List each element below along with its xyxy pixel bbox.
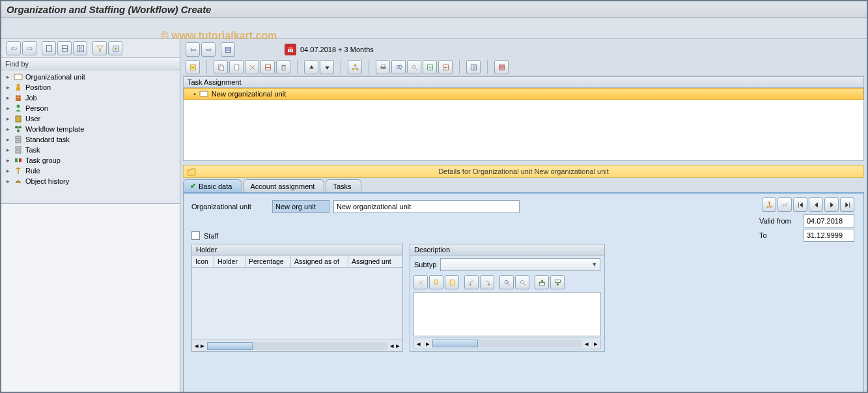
prev-record-button[interactable] — [809, 197, 823, 212]
subtyp-label: Subtyp — [414, 261, 436, 269]
scroll-right-icon[interactable]: ▸ — [423, 340, 432, 348]
scroll-left-icon[interactable]: ◂ — [414, 340, 423, 348]
col-percentage[interactable]: Percentage — [245, 255, 291, 267]
expand-all-button[interactable]: + — [423, 60, 437, 74]
cut-text-button[interactable] — [413, 275, 428, 289]
holder-header: Holder — [192, 244, 402, 255]
holder-scrollbar[interactable]: ◂ ▸ ◂ ▸ — [192, 340, 402, 351]
move-down-button[interactable] — [320, 60, 334, 74]
forward-button[interactable] — [201, 42, 216, 57]
hierarchy-button[interactable] — [348, 60, 362, 74]
load-button[interactable] — [535, 275, 549, 289]
tree-label: User — [25, 115, 40, 123]
tree-item-workflow[interactable]: ▸Workflow template — [3, 124, 178, 134]
doc2-button[interactable] — [57, 41, 72, 55]
svg-line-54 — [415, 68, 417, 70]
back-button[interactable] — [7, 41, 21, 55]
forward-button[interactable] — [22, 41, 36, 55]
filter-button[interactable] — [92, 41, 107, 55]
last-record-button[interactable] — [840, 197, 854, 212]
holder-columns: Icon Holder Percentage Assigned as of As… — [192, 255, 402, 268]
tree-label: Person — [25, 104, 48, 112]
delete-button[interactable] — [276, 60, 290, 74]
print-button[interactable] — [376, 60, 390, 74]
paste-text-button[interactable] — [445, 275, 459, 289]
std-task-icon — [14, 135, 23, 144]
scroll-thumb[interactable] — [207, 342, 253, 350]
tabs: ✔Basic data Account assignment Tasks — [183, 179, 864, 192]
svg-rect-24 — [16, 151, 21, 153]
tree-item-task-group[interactable]: ▸Task group — [3, 155, 178, 166]
tree-item-person[interactable]: ▸Person — [3, 103, 178, 113]
org-unit-short-input[interactable] — [272, 200, 329, 213]
back-button[interactable] — [186, 42, 200, 57]
scroll-right-icon[interactable]: ◂ ▸ — [390, 342, 400, 350]
tree-label: Task — [25, 146, 40, 154]
cut-button[interactable] — [245, 60, 259, 74]
svg-rect-7 — [114, 47, 116, 49]
tab-basic-data[interactable]: ✔Basic data — [183, 179, 242, 192]
staff-checkbox[interactable] — [191, 231, 200, 240]
move-up-button[interactable] — [304, 60, 318, 74]
tab-tasks[interactable]: Tasks — [326, 179, 361, 192]
hierarchy-nav-button[interactable] — [762, 197, 776, 212]
save-text-button[interactable] — [550, 275, 565, 289]
svg-rect-59 — [471, 65, 476, 70]
col-assigned-as-of[interactable]: Assigned as of — [291, 255, 348, 267]
copy-button[interactable] — [214, 60, 228, 74]
to-input[interactable] — [804, 229, 854, 242]
tab-account-assignment[interactable]: Account assignment — [243, 179, 324, 192]
tree-item-history[interactable]: ▸Object history — [3, 176, 178, 186]
svg-marker-42 — [325, 66, 329, 69]
doc3-button[interactable] — [73, 41, 87, 55]
settings-button[interactable] — [108, 41, 122, 55]
scroll-right2-icon[interactable]: ▸ — [591, 340, 600, 348]
redo-button[interactable] — [480, 275, 494, 289]
assign-button[interactable] — [260, 60, 275, 74]
copy-text-button[interactable] — [429, 275, 443, 289]
task-row-selected[interactable]: • New organizational unit — [184, 88, 863, 100]
collapse-all-button[interactable] — [438, 60, 453, 74]
svg-rect-10 — [16, 87, 20, 91]
rule-icon — [14, 166, 23, 175]
tree-item-user[interactable]: ▸User — [3, 113, 178, 124]
create-button[interactable]: + — [186, 60, 200, 74]
col-assigned-until[interactable]: Assigned unt — [348, 255, 402, 267]
find-button[interactable] — [391, 60, 406, 74]
org-unit-long-input[interactable] — [333, 200, 520, 213]
scroll-left-icon[interactable]: ◂ ▸ — [195, 342, 204, 350]
find-by-panel: Find by ▸Organizational unit ▸Position ▸… — [1, 39, 180, 393]
svg-rect-4 — [81, 45, 83, 51]
tree-item-job[interactable]: ▸Job — [3, 93, 178, 103]
doc1-button[interactable] — [42, 41, 56, 55]
svg-marker-88 — [556, 284, 559, 285]
svg-rect-23 — [16, 147, 21, 149]
list-button[interactable] — [221, 42, 235, 57]
layout-button[interactable] — [494, 60, 509, 74]
tree-item-position[interactable]: ▸Position — [3, 82, 178, 93]
description-scrollbar[interactable]: ◂ ▸ ◂ ▸ — [413, 338, 601, 349]
find-next-button[interactable] — [407, 60, 421, 74]
tree-item-std-task[interactable]: ▸Standard task — [3, 134, 178, 145]
col-holder[interactable]: Holder — [214, 255, 245, 267]
subtyp-dropdown[interactable] — [440, 258, 600, 271]
tree-item-rule[interactable]: ▸Rule — [3, 166, 178, 176]
columns-button[interactable] — [466, 60, 481, 74]
valid-from-input[interactable] — [804, 214, 854, 227]
scroll-left2-icon[interactable]: ◂ — [582, 340, 591, 348]
description-textarea[interactable] — [413, 292, 601, 336]
tree-item-task[interactable]: ▸Task — [3, 145, 178, 155]
next-record-button[interactable] — [824, 197, 839, 212]
graph-nav-button[interactable] — [777, 197, 792, 212]
paste-button[interactable] — [229, 60, 244, 74]
tree-item-org-unit[interactable]: ▸Organizational unit — [3, 72, 178, 82]
right-top-toolbar: 📅 04.07.2018 + 3 Months — [182, 40, 865, 59]
find-next-text-button[interactable] — [515, 275, 529, 289]
scroll-thumb[interactable] — [432, 340, 478, 347]
expand-icon: ▸ — [5, 74, 11, 80]
date-range[interactable]: 📅 04.07.2018 + 3 Months — [285, 44, 374, 55]
undo-button[interactable] — [464, 275, 479, 289]
find-text-button[interactable] — [499, 275, 514, 289]
col-icon[interactable]: Icon — [192, 255, 214, 267]
first-record-button[interactable] — [793, 197, 807, 212]
